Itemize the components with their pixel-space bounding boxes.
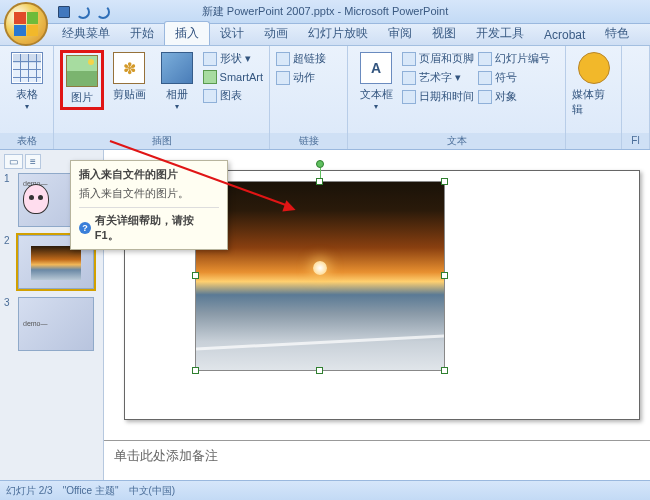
wave-graphic (196, 334, 444, 350)
thumb-slide-3[interactable]: 3 demo— (4, 297, 99, 351)
face-graphic-icon (23, 184, 49, 214)
wordart-button[interactable]: 艺术字 ▾ (402, 69, 474, 86)
tooltip-help: ? 有关详细帮助，请按 F1。 (79, 207, 219, 243)
clipart-label: 剪贴画 (113, 87, 146, 102)
object-button[interactable]: 对象 (478, 88, 550, 105)
media-button[interactable]: 媒体剪辑 (572, 50, 615, 117)
office-button[interactable] (4, 2, 48, 46)
shapes-icon (203, 52, 217, 66)
office-logo-icon (14, 12, 38, 36)
group-table-label: 表格 (0, 133, 53, 149)
clipart-button[interactable]: 剪贴画 (108, 50, 152, 102)
object-icon (478, 90, 492, 104)
group-illustrations: 图片 剪贴画 相册 形状 ▾ SmartArt 图表 插图 (54, 46, 270, 149)
clipart-icon (113, 52, 145, 84)
picture-button[interactable]: 图片 (60, 50, 104, 110)
resize-handle-br[interactable] (441, 367, 448, 374)
headerfooter-icon (402, 52, 416, 66)
datetime-icon (402, 90, 416, 104)
smartart-button[interactable]: SmartArt (203, 69, 263, 85)
tab-acrobat[interactable]: Acrobat (534, 25, 595, 45)
tab-slideshow[interactable]: 幻灯片放映 (298, 22, 378, 45)
hyperlink-icon (276, 52, 290, 66)
group-links-label: 链接 (270, 133, 347, 149)
resize-handle-ml[interactable] (192, 272, 199, 279)
tab-classic[interactable]: 经典菜单 (52, 22, 120, 45)
rotate-handle[interactable] (316, 160, 324, 168)
ribbon-tabs: 经典菜单 开始 插入 设计 动画 幻灯片放映 审阅 视图 开发工具 Acroba… (0, 24, 650, 46)
group-text: 文本框 页眉和页脚 艺术字 ▾ 日期和时间 幻灯片编号 符号 对象 文本 (348, 46, 566, 149)
media-label: 媒体剪辑 (572, 87, 615, 117)
group-media: 媒体剪辑 (566, 46, 622, 149)
action-button[interactable]: 动作 (276, 69, 326, 86)
chevron-down-icon (374, 102, 378, 111)
media-icon (578, 52, 610, 84)
help-icon: ? (79, 222, 91, 234)
shapes-button[interactable]: 形状 ▾ (203, 50, 263, 67)
tab-animation[interactable]: 动画 (254, 22, 298, 45)
tooltip-title: 插入来自文件的图片 (79, 167, 219, 182)
slidenum-button[interactable]: 幻灯片编号 (478, 50, 550, 67)
undo-icon[interactable] (76, 5, 90, 19)
notes-pane[interactable]: 单击此处添加备注 (104, 440, 650, 480)
chevron-down-icon (25, 102, 29, 111)
chart-icon (203, 89, 217, 103)
picture-icon (66, 55, 98, 87)
resize-handle-bm[interactable] (316, 367, 323, 374)
album-label: 相册 (166, 87, 188, 102)
status-theme: "Office 主题" (63, 484, 119, 498)
thumb-tab-slides[interactable]: ▭ (4, 154, 23, 169)
textbox-icon (360, 52, 392, 84)
action-icon (276, 71, 290, 85)
thumb-preview-3: demo— (18, 297, 94, 351)
resize-handle-bl[interactable] (192, 367, 199, 374)
hyperlink-button[interactable]: 超链接 (276, 50, 326, 67)
quick-access-toolbar (58, 5, 110, 19)
sunset-thumb-icon (31, 246, 81, 280)
chevron-down-icon (175, 102, 179, 111)
group-illustration-label: 插图 (54, 133, 269, 149)
picture-label: 图片 (71, 90, 93, 105)
group-fl-label: Fl (622, 133, 649, 149)
tooltip-body: 插入来自文件的图片。 (79, 186, 219, 201)
album-button[interactable]: 相册 (155, 50, 199, 111)
tab-feature[interactable]: 特色 (595, 22, 639, 45)
status-bar: 幻灯片 2/3 "Office 主题" 中文(中国) (0, 480, 650, 500)
tab-dev[interactable]: 开发工具 (466, 22, 534, 45)
headerfooter-button[interactable]: 页眉和页脚 (402, 50, 474, 67)
group-media-label (566, 133, 621, 149)
group-links: 超链接 动作 链接 (270, 46, 348, 149)
status-slide-counter: 幻灯片 2/3 (6, 484, 53, 498)
tab-review[interactable]: 审阅 (378, 22, 422, 45)
thumb-tab-outline[interactable]: ≡ (25, 154, 41, 169)
tab-view[interactable]: 视图 (422, 22, 466, 45)
window-title: 新建 PowerPoint 2007.pptx - Microsoft Powe… (202, 4, 448, 19)
redo-icon[interactable] (96, 5, 110, 19)
resize-handle-tm[interactable] (316, 178, 323, 185)
title-bar: 新建 PowerPoint 2007.pptx - Microsoft Powe… (0, 0, 650, 24)
album-icon (161, 52, 193, 84)
resize-handle-tr[interactable] (441, 178, 448, 185)
resize-handle-mr[interactable] (441, 272, 448, 279)
inserted-image[interactable] (195, 181, 445, 371)
tab-insert[interactable]: 插入 (164, 21, 210, 45)
datetime-button[interactable]: 日期和时间 (402, 88, 474, 105)
table-button[interactable]: 表格 (6, 50, 47, 111)
table-icon (11, 52, 43, 84)
tab-home[interactable]: 开始 (120, 22, 164, 45)
save-icon[interactable] (58, 6, 70, 18)
notes-placeholder: 单击此处添加备注 (114, 448, 218, 463)
ribbon: 表格 表格 图片 剪贴画 相册 形状 ▾ SmartArt (0, 46, 650, 150)
slidenum-icon (478, 52, 492, 66)
chart-button[interactable]: 图表 (203, 87, 263, 104)
symbol-icon (478, 71, 492, 85)
group-table: 表格 表格 (0, 46, 54, 149)
textbox-button[interactable]: 文本框 (354, 50, 398, 111)
wordart-icon (402, 71, 416, 85)
smartart-icon (203, 70, 217, 84)
table-label: 表格 (16, 87, 38, 102)
tab-design[interactable]: 设计 (210, 22, 254, 45)
symbol-button[interactable]: 符号 (478, 69, 550, 86)
textbox-label: 文本框 (360, 87, 393, 102)
status-lang: 中文(中国) (129, 484, 176, 498)
